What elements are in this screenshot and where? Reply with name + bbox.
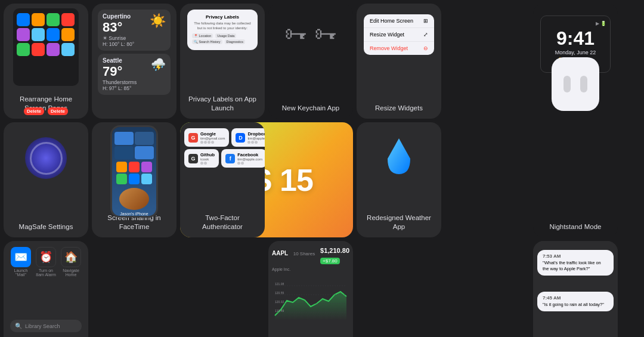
svg-text:119.49: 119.49 <box>275 309 284 313</box>
app-icon <box>32 13 45 26</box>
magsafe-card: MagSafe Settings <box>4 122 88 237</box>
privacy-item-diag: Diagnostics <box>225 39 245 44</box>
edit-home-screen[interactable]: Edit Home Screen ⊞ <box>364 14 434 28</box>
siri-history-card: 7:53 AM "What's the traffic look like on… <box>533 241 618 337</box>
ft-name: Jason's iPhone <box>120 212 148 216</box>
nightstand-date: Monday, June 22 <box>544 50 606 55</box>
ft-icon-3 <box>141 162 152 172</box>
app-icon <box>32 43 45 56</box>
lib-label-alarm: Turn on8am Alarm <box>36 268 55 277</box>
dropbox-info: Dropbox tim@apple.com <box>247 131 265 144</box>
siri-time-2: 7:45 AM <box>543 295 608 301</box>
app-icon <box>17 13 30 26</box>
svg-text:121.08: 121.08 <box>275 282 284 286</box>
ft-icon-5 <box>129 174 140 184</box>
github-dots <box>200 162 215 165</box>
resize-label: Resize Widgets <box>375 104 423 113</box>
stock-price: $1,210.80 <box>320 247 349 254</box>
google-info: Google tim@gmail.com <box>200 131 225 144</box>
tf-inner: G Google tim@gmail.com D <box>184 128 261 170</box>
keychain-icon-area: 🗝 🗝 <box>284 21 337 47</box>
google-dots <box>200 141 225 144</box>
github-email: tcook <box>200 157 215 161</box>
phone-frame: Jason's iPhone <box>110 125 158 218</box>
redesigned-weather-card: Redesigned Weather App <box>357 122 441 237</box>
stock-card: AAPL 10 Shares $1,210.80 +$7.80 Apple In… <box>268 241 353 337</box>
remove-widget[interactable]: Remove Widget ⊖ <box>364 42 434 55</box>
phone-screen-mini <box>13 8 79 86</box>
privacy-items-row1: 📍 Location Usage Data <box>192 33 253 38</box>
delete-btn-2[interactable]: Delete <box>48 107 68 115</box>
app-icon <box>32 28 45 41</box>
weather-row-2: Seattle 79° Thunderstorms H: 97° L: 85° … <box>98 54 171 95</box>
main-grid: Delete Delete Rearrange Home Screen Page… <box>0 0 644 337</box>
weather-hl-2: H: 97° L: 85° <box>103 85 137 91</box>
ft-icons-row <box>116 162 152 172</box>
water-drop-svg <box>384 136 414 177</box>
siri-text-2: "Is it going to rain at all today?" <box>543 302 608 308</box>
lib-search-bar[interactable]: 🔍 Library Search <box>10 320 82 332</box>
privacy-label: Privacy Labels on App Launch <box>185 95 260 113</box>
nightstand-label: Nightstand Mode <box>550 222 602 231</box>
tf-facebook: f Facebook tim@apple.com <box>221 149 265 168</box>
ft-grid <box>114 132 154 159</box>
weather-temp-1: 83° <box>103 20 134 35</box>
google-name: Google <box>200 131 225 137</box>
edit-home-icon: ⊞ <box>423 18 428 24</box>
tf-row-2: G Github tcook f Facebook tim@apple <box>184 149 261 168</box>
key-icon: 🗝 <box>284 21 307 47</box>
privacy-item-search: 🔍 Search History <box>192 39 222 44</box>
ft-icon-2 <box>129 162 140 172</box>
weather-detail-1: ☀ Sunrise <box>103 35 134 41</box>
magsafe-ring <box>30 142 63 175</box>
facebook-email: tim@apple.com <box>237 157 262 161</box>
library-card: ✉️ Launch"Mail" ⏰ Turn on8am Alarm 🏠 Nav… <box>4 241 88 337</box>
app-icon <box>47 13 60 26</box>
lib-label-home: NavigateHome <box>63 268 79 277</box>
edit-home-label: Edit Home Screen <box>370 18 413 24</box>
resize-widget-label: Resize Widget <box>370 32 404 38</box>
weather-temp-2: 79° <box>103 64 137 79</box>
stock-price-area: $1,210.80 +$7.80 <box>320 247 349 265</box>
ft-cell-3 <box>114 146 134 159</box>
clock-icon: ⏰ <box>36 247 56 267</box>
weather-city-1: Cupertino <box>103 13 134 20</box>
facetime-card: Jason's iPhone Screen sharing in FaceTim… <box>92 122 177 237</box>
lib-label-mail: Launch"Mail" <box>14 268 28 277</box>
privacy-item-location: 📍 Location <box>192 33 213 38</box>
app-icon <box>47 28 60 41</box>
app-icon <box>47 43 60 56</box>
ft-cell-1 <box>114 132 134 145</box>
delete-btn-1[interactable]: Delete <box>24 107 44 115</box>
ft-icons-row2 <box>116 174 152 184</box>
redesigned-weather-label: Redesigned Weather App <box>361 214 436 231</box>
app-icon <box>61 43 75 56</box>
github-logo: G <box>188 154 198 163</box>
search-icon: 🔍 <box>15 323 22 329</box>
airpod-right <box>580 76 587 92</box>
svg-text:120.55: 120.55 <box>275 291 284 295</box>
app-icon <box>17 28 30 41</box>
resize-menu: Edit Home Screen ⊞ Resize Widget ⤢ Remov… <box>364 14 434 55</box>
resize-card: Edit Home Screen ⊞ Resize Widget ⤢ Remov… <box>357 4 441 119</box>
stock-company: Apple Inc. <box>272 267 349 271</box>
privacy-item-usage: Usage Data <box>215 33 236 38</box>
home-icon: 🏠 <box>61 247 81 267</box>
lib-icon-alarm: ⏰ Turn on8am Alarm <box>35 247 57 277</box>
ft-cell-4 <box>135 146 154 159</box>
siri-msg-2: 7:45 AM "Is it going to rain at all toda… <box>537 292 614 311</box>
weather-condition-2: Thunderstorms <box>103 79 137 85</box>
lib-icons: ✉️ Launch"Mail" ⏰ Turn on8am Alarm 🏠 Nav… <box>10 247 82 277</box>
lib-icon-mail: ✉️ Launch"Mail" <box>10 247 32 277</box>
app-icon <box>61 28 75 41</box>
airpods-row <box>559 76 592 92</box>
resize-widget[interactable]: Resize Widget ⤢ <box>364 28 434 42</box>
dropbox-email: tim@apple.com <box>247 137 265 140</box>
tf-row-1: G Google tim@gmail.com D <box>184 128 261 147</box>
key-icon-2: 🗝 <box>314 21 337 47</box>
svg-text:120.02: 120.02 <box>275 300 284 304</box>
stock-header: AAPL 10 Shares $1,210.80 +$7.80 <box>272 247 349 265</box>
ft-person <box>119 188 149 210</box>
privacy-title: Privacy Labels <box>192 14 253 20</box>
twofactor-label: Two-Factor Authenticator <box>185 214 260 231</box>
